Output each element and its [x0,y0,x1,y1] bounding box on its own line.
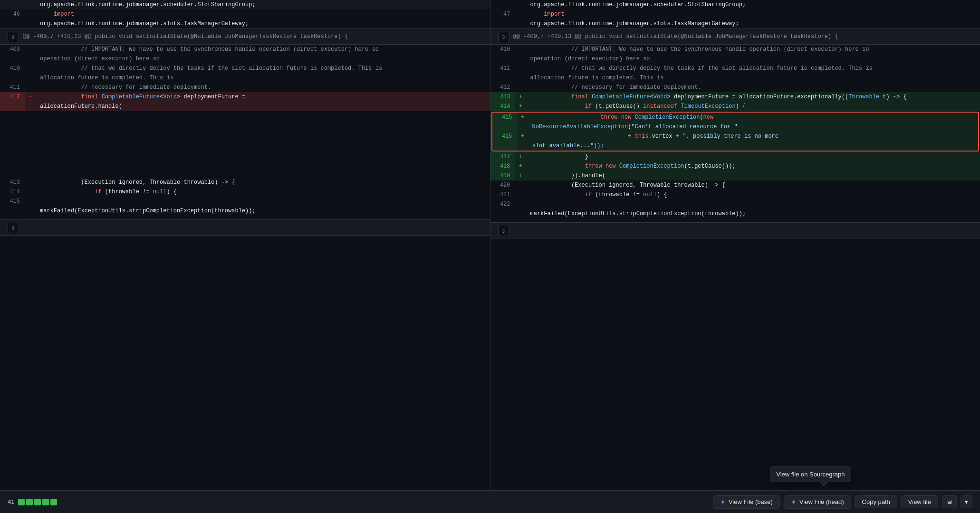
line-415-left: 415 [0,197,490,206]
line-418-added-right: 418 + throw new CompletionException(t.ge… [490,162,980,171]
line-import-pkg-right: org.apache.flink.runtime.jobmanager.sche… [490,0,980,10]
tooltip-text: View file on Sourcegraph [776,471,845,478]
line-415-cont-right: NoResourceAvailableException("Can't allo… [492,122,979,132]
line-empty-3-left [0,130,490,140]
hunk-header-text-right: @@ -409,7 +410,13 @@ public void setInit… [513,33,838,40]
progress-dots [18,499,57,505]
line-markfailed-right: markFailed(ExceptionUtils.stripCompletio… [490,209,980,218]
copy-path-button[interactable]: Copy path [855,495,897,508]
line-import-gateway-right: org.apache.flink.runtime.jobmanager.slot… [490,19,980,28]
line-empty-7-left [0,168,490,178]
line-410-cont-right: operation (direct executor) here so [490,54,980,64]
line-empty-4-left [0,140,490,149]
line-411-right: 411 // that we directly deploy the tasks… [490,64,980,73]
diff-split-view: org.apache.flink.runtime.jobmanager.sche… [0,0,980,490]
chevron-button[interactable]: ▾ [961,495,972,508]
hunk-footer-left: ⇕ [0,219,490,236]
footer-bar: 41 ✦ View File (base) ✦ View File (head) [0,490,980,513]
expand-hunk-bottom-left[interactable]: ⇕ [8,222,19,233]
line-413-left: 413 (Execution ignored, Throwable throwa… [0,178,490,187]
view-file-base-button[interactable]: ✦ View File (base) [713,495,780,509]
line-420-right: 420 (Execution ignored, Throwable throwa… [490,180,980,190]
hunk-header-left: ⇕ @@ -409,7 +410,13 @@ public void setIn… [0,28,490,45]
line-409-cont-left: operation (direct executor) here so [0,54,490,64]
line-410-cont-left: allocation future is completed. This is [0,73,490,83]
hunk-header-right: ⇕ @@ -409,7 +410,13 @@ public void setIn… [490,28,980,45]
line-412-right: 412 // necessary for immediate deploymen… [490,83,980,92]
footer-right: ✦ View File (base) ✦ View File (head) Vi… [713,495,972,509]
copy-path-label: Copy path [862,498,890,505]
dot-3 [34,499,41,505]
line-411-cont-right: allocation future is completed. This is [490,73,980,83]
dot-2 [26,499,33,505]
line-414-left: 414 if (throwable != null) { [0,187,490,197]
monitor-icon: 🖥 [946,498,952,505]
hunk-footer-right: ⇕ [490,222,980,238]
line-46-left: 46 import [0,10,490,19]
dot-4 [42,499,49,505]
line-414-added-right: 414 + if (t.getCause() instanceof Timeou… [490,102,980,111]
line-413-added-right: 413 + final CompletableFuture<Void> depl… [490,92,980,102]
expand-hunk-left[interactable]: ⇕ [8,31,19,42]
sourcegraph-icon-head: ✦ [791,498,797,506]
expand-hunk-bottom-right[interactable]: ⇕ [498,225,509,236]
line-empty-2-left [0,121,490,130]
line-411-left: 411 // necessary for immediate deploymen… [0,83,490,92]
line-416-added-right: 416 + + this.vertex + ", possibly there … [492,132,979,141]
chevron-down-icon: ▾ [965,498,968,505]
diff-pane-right: org.apache.flink.runtime.jobmanager.sche… [490,0,980,490]
view-file-label: View file [908,498,931,505]
line-410-left: 410 // that we directly deploy the tasks… [0,64,490,73]
dot-5 [50,499,57,505]
line-import-pkg-left: org.apache.flink.runtime.jobmanager.sche… [0,0,490,10]
line-markfailed-left: markFailed(ExceptionUtils.stripCompletio… [0,206,490,216]
line-422-right: 422 [490,200,980,209]
tooltip-container: ✦ View File (head) View file on Sourcegr… [784,495,851,509]
line-empty-1-left [0,111,490,121]
line-419-added-right: 419 + }).handle( [490,171,980,180]
line-412-removed-left: 412 - final CompletableFuture<Void> depl… [0,92,490,102]
hunk-header-text-left: @@ -409,7 +410,13 @@ public void setInit… [23,33,348,40]
line-empty-5-left [0,149,490,159]
view-file-button[interactable]: View file [901,495,938,508]
line-409-left: 409 // IMPORTANT: We have to use the syn… [0,45,490,54]
diff-pane-left: org.apache.flink.runtime.jobmanager.sche… [0,0,490,490]
line-410-right: 410 // IMPORTANT: We have to use the syn… [490,45,980,54]
view-file-head-label: View File (head) [799,498,844,505]
line-empty-6-left [0,159,490,168]
line-417-added-right: 417 + } [490,152,980,162]
line-415-added-right: 415 + throw new CompletionException(new [492,113,979,122]
line-47-right: 47 import [490,10,980,19]
view-file-base-label: View File (base) [729,498,773,505]
expand-hunk-right[interactable]: ⇕ [498,31,509,42]
highlighted-block: 415 + throw new CompletionException(new … [491,112,980,152]
view-file-head-button[interactable]: ✦ View File (head) [784,495,851,509]
sourcegraph-icon-base: ✦ [720,498,726,506]
diff-container: org.apache.flink.runtime.jobmanager.sche… [0,0,980,513]
line-412-cont-removed-left: allocationFuture.handle( [0,102,490,111]
monitor-button[interactable]: 🖥 [942,495,957,508]
sourcegraph-tooltip: View file on Sourcegraph [770,466,851,482]
dot-1 [18,499,25,505]
line-421-right: 421 if (throwable != null) { [490,190,980,200]
commit-count: 41 [8,498,14,505]
footer-left: 41 [8,498,57,505]
line-416-cont-right: slot available...")); [492,141,979,151]
line-import-gateway-left: org.apache.flink.runtime.jobmanager.slot… [0,19,490,28]
